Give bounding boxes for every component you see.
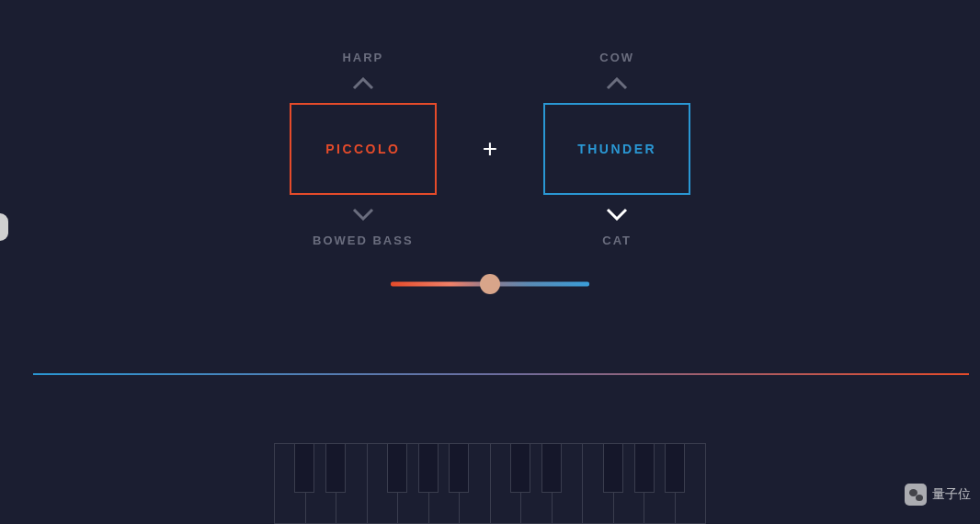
right-sound-box[interactable]: THUNDER [543, 103, 690, 195]
black-key[interactable] [510, 443, 530, 493]
watermark-text: 量子位 [932, 486, 971, 503]
black-key[interactable] [449, 443, 469, 493]
right-prev-label: COW [599, 51, 634, 64]
left-sound-box[interactable]: PICCOLO [290, 103, 437, 195]
sound-selectors: HARP PICCOLO BOWED BASS + COW THUNDER CA… [0, 0, 980, 247]
left-sound-label: PICCOLO [325, 142, 400, 156]
left-next-label: BOWED BASS [313, 234, 414, 247]
watermark: 量子位 [905, 484, 971, 506]
blend-slider[interactable] [391, 275, 589, 293]
left-edge-handle [0, 213, 8, 241]
slider-thumb[interactable] [480, 274, 500, 294]
keyboard-wrapper [274, 443, 706, 524]
gradient-divider [33, 373, 969, 375]
chevron-up-icon[interactable] [606, 77, 628, 90]
left-selector-column: HARP PICCOLO BOWED BASS [290, 51, 437, 247]
black-key[interactable] [603, 443, 623, 493]
plus-icon: + [473, 134, 507, 164]
black-key[interactable] [665, 443, 685, 493]
right-next-label: CAT [602, 234, 632, 247]
blend-slider-container [0, 275, 980, 293]
chevron-down-icon[interactable] [352, 208, 374, 221]
chevron-down-icon[interactable] [606, 208, 628, 221]
wechat-icon [905, 484, 927, 506]
black-key[interactable] [325, 443, 346, 493]
left-prev-label: HARP [342, 51, 383, 64]
black-key[interactable] [541, 443, 562, 493]
black-key[interactable] [387, 443, 407, 493]
chevron-up-icon[interactable] [352, 77, 374, 90]
right-sound-label: THUNDER [577, 142, 656, 156]
black-key[interactable] [294, 443, 314, 493]
piano-keyboard [274, 443, 706, 524]
right-selector-column: COW THUNDER CAT [543, 51, 690, 247]
black-key[interactable] [418, 443, 439, 493]
black-key[interactable] [634, 443, 655, 493]
